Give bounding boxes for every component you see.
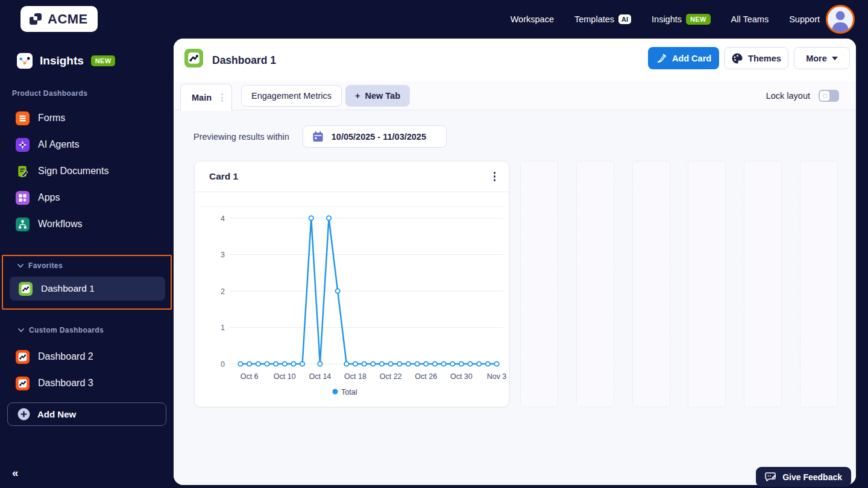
sidebar: Insights NEW Product Dashboards Forms AI… <box>0 39 174 488</box>
tab-engagement-metrics[interactable]: Engagement Metrics <box>241 85 342 107</box>
top-bar: ACME WorkspaceTemplatesAIInsightsNEWAll … <box>0 0 868 39</box>
palette-icon <box>731 52 743 64</box>
empty-grid-column <box>576 161 614 407</box>
sidebar-item-forms[interactable]: Forms <box>0 105 174 131</box>
lock-layout-toggle[interactable] <box>819 90 839 102</box>
empty-grid-column <box>632 161 670 407</box>
insights-icon <box>17 53 33 69</box>
add-card-label: Add Card <box>672 54 711 63</box>
sidebar-item-label: Dashboard 1 <box>41 283 95 294</box>
svg-text:Oct 30: Oct 30 <box>450 372 473 381</box>
svg-text:Oct 10: Oct 10 <box>274 372 296 381</box>
sidebar-item-apps[interactable]: Apps <box>0 184 174 211</box>
topnav-item-label: All Teams <box>731 14 769 24</box>
ai-agents-icon <box>16 138 30 152</box>
topnav-item-templates[interactable]: TemplatesAI <box>574 14 631 24</box>
tab-options-kebab-icon[interactable] <box>221 93 223 102</box>
main-panel: Dashboard 1 Add Card Themes <box>174 39 856 485</box>
sidebar-item-dashboard-2[interactable]: Dashboard 2 <box>0 343 174 370</box>
sidebar-item-dashboard-1[interactable]: Dashboard 1 <box>10 277 165 301</box>
sidebar-item-label: AI Agents <box>38 139 80 150</box>
top-navigation: WorkspaceTemplatesAIInsightsNEWAll Teams… <box>511 0 820 39</box>
product-dashboards-section-label: Product Dashboards <box>12 89 87 98</box>
lock-layout-label: Lock layout <box>766 91 810 101</box>
themes-button[interactable]: Themes <box>724 47 788 69</box>
tab-main-label: Main <box>192 93 212 102</box>
calendar-icon <box>312 130 324 143</box>
svg-text:3: 3 <box>221 251 225 259</box>
feedback-chat-icon <box>765 472 777 483</box>
tab-main[interactable]: Main <box>180 84 232 111</box>
new-tab-label: New Tab <box>365 91 400 101</box>
add-new-label: Add New <box>37 409 76 419</box>
product-dashboards-list: Forms AI Agents Sign Documents Apps Work… <box>0 105 174 237</box>
favorites-highlight-box: Favorites Dashboard 1 <box>2 255 172 310</box>
sidebar-new-badge: NEW <box>91 55 116 66</box>
acme-logo-icon <box>28 11 43 27</box>
grid-placeholders <box>520 161 838 407</box>
add-new-button[interactable]: Add New <box>7 402 166 426</box>
new-badge: NEW <box>686 14 711 25</box>
chevron-down-icon <box>17 264 24 268</box>
topnav-item-all-teams[interactable]: All Teams <box>731 14 769 24</box>
tab-strip: Main Engagement Metrics + New Tab Lock l… <box>174 81 856 110</box>
sidebar-item-label: Sign Documents <box>38 166 108 177</box>
topnav-item-workspace[interactable]: Workspace <box>511 14 554 24</box>
workflows-icon <box>16 217 30 231</box>
sidebar-app-title: Insights <box>40 54 84 67</box>
sidebar-item-workflows[interactable]: Workflows <box>0 211 174 237</box>
card-1: Card 1 01234Oct 6Oct 10Oct 14Oct 18Oct 2… <box>194 161 509 407</box>
date-range-value: 10/05/2025 - 11/03/2025 <box>332 132 426 142</box>
line-chart: 01234Oct 6Oct 10Oct 14Oct 18Oct 22Oct 26… <box>195 192 509 407</box>
svg-text:Oct 6: Oct 6 <box>241 372 259 381</box>
themes-label: Themes <box>748 54 781 63</box>
dashboard-header: Dashboard 1 Add Card Themes <box>174 39 856 81</box>
date-range-picker[interactable]: 10/05/2025 - 11/03/2025 <box>303 125 447 148</box>
preview-range-label: Previewing results within <box>193 132 289 142</box>
svg-text:4: 4 <box>221 214 225 223</box>
new-tab-button[interactable]: + New Tab <box>345 85 410 107</box>
add-card-button[interactable]: Add Card <box>648 47 719 69</box>
pen-icon <box>656 52 667 64</box>
dashboard-icon <box>16 377 30 390</box>
apps-icon <box>16 191 30 205</box>
svg-text:0: 0 <box>221 360 225 369</box>
sidebar-item-ai-agents[interactable]: AI Agents <box>0 131 174 158</box>
give-feedback-button[interactable]: Give Feedback <box>756 467 851 487</box>
more-button[interactable]: More <box>794 47 850 69</box>
topnav-item-label: Support <box>789 14 820 24</box>
svg-text:Total: Total <box>341 388 357 396</box>
dashboard-title: Dashboard 1 <box>212 54 276 67</box>
empty-grid-column <box>688 161 726 407</box>
sidebar-item-sign-documents[interactable]: Sign Documents <box>0 158 174 184</box>
sidebar-item-label: Workflows <box>38 219 83 230</box>
topnav-item-support[interactable]: Support <box>789 14 820 24</box>
sidebar-item-label: Forms <box>38 113 65 124</box>
dashboard-icon <box>19 282 33 296</box>
chevron-down-icon <box>18 328 24 333</box>
svg-text:Oct 22: Oct 22 <box>380 372 402 381</box>
caret-down-icon <box>832 57 838 60</box>
plus-circle-icon <box>17 408 30 421</box>
sidebar-item-label: Dashboard 3 <box>38 378 93 389</box>
tab-engagement-label: Engagement Metrics <box>251 91 332 101</box>
topnav-item-insights[interactable]: InsightsNEW <box>652 14 711 25</box>
collapse-sidebar-button[interactable]: « <box>12 466 19 480</box>
ai-badge: AI <box>618 14 631 24</box>
favorites-section-header[interactable]: Favorites <box>17 261 63 270</box>
card-title: Card 1 <box>209 171 238 182</box>
empty-grid-column <box>800 161 838 407</box>
acme-logo[interactable]: ACME <box>20 6 98 32</box>
svg-text:Oct 18: Oct 18 <box>344 372 366 381</box>
more-label: More <box>806 54 827 63</box>
dashboard-icon <box>16 350 30 364</box>
custom-dashboards-list: Dashboard 2 Dashboard 3 <box>0 343 174 396</box>
user-avatar[interactable] <box>826 5 855 34</box>
give-feedback-label: Give Feedback <box>782 472 842 482</box>
sidebar-item-label: Apps <box>38 192 60 203</box>
svg-text:1: 1 <box>221 324 225 332</box>
sidebar-item-dashboard-3[interactable]: Dashboard 3 <box>0 370 174 396</box>
custom-dashboards-section-header[interactable]: Custom Dashboards <box>18 326 104 334</box>
card-menu-kebab-icon[interactable] <box>494 172 496 181</box>
brand-name: ACME <box>48 11 88 27</box>
